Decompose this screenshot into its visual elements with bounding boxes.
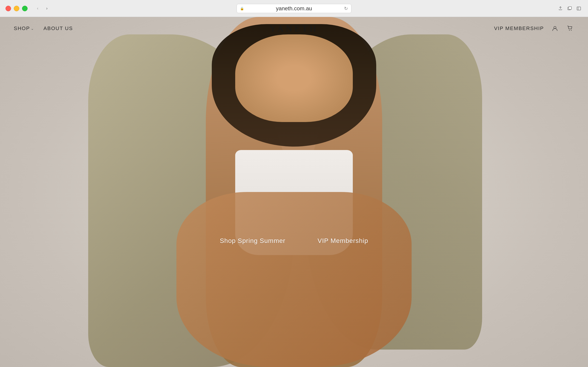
hero-section: SHOP ⌄ ABOUT US YANETH VIP MEMBERSHIP	[0, 17, 588, 367]
nav-vip-membership[interactable]: VIP MEMBERSHIP	[494, 25, 544, 31]
nav-about[interactable]: ABOUT US	[43, 25, 73, 31]
sidebar-icon	[577, 6, 581, 11]
arms	[176, 192, 412, 367]
share-button[interactable]	[557, 5, 564, 12]
shop-chevron-icon: ⌄	[31, 26, 34, 31]
lock-icon: 🔒	[240, 7, 244, 10]
forward-button[interactable]: ›	[43, 5, 51, 12]
nav-shop[interactable]: SHOP ⌄	[14, 25, 34, 31]
nav-right: VIP MEMBERSHIP	[494, 24, 574, 33]
traffic-lights	[6, 6, 27, 11]
svg-rect-1	[569, 7, 571, 9]
forward-icon: ›	[46, 6, 48, 11]
cart-icon	[567, 25, 573, 32]
person-face	[235, 34, 353, 122]
minimize-button[interactable]	[14, 6, 19, 11]
back-icon: ‹	[37, 6, 38, 11]
browser-chrome: ‹ › 🔒 yaneth.com.au ↻	[0, 0, 588, 17]
back-button[interactable]: ‹	[34, 5, 41, 12]
new-tab-icon	[567, 6, 572, 11]
new-tab-button[interactable]	[566, 5, 573, 12]
url-text[interactable]: yaneth.com.au	[246, 5, 342, 12]
shop-spring-summer-link[interactable]: Shop Spring Summer	[220, 237, 285, 244]
website: SHOP ⌄ ABOUT US YANETH VIP MEMBERSHIP	[0, 17, 588, 367]
sidebar-button[interactable]	[575, 5, 582, 12]
hero-cta-container: Shop Spring Summer VIP Membership	[220, 237, 368, 244]
refresh-button[interactable]: ↻	[344, 6, 348, 11]
svg-rect-2	[577, 7, 581, 10]
close-button[interactable]	[6, 6, 11, 11]
address-bar: 🔒 yaneth.com.au ↻	[237, 4, 351, 13]
site-logo[interactable]: YANETH	[270, 23, 318, 33]
share-icon	[558, 6, 563, 11]
browser-actions	[557, 5, 582, 12]
user-icon	[552, 25, 558, 32]
svg-point-6	[571, 30, 572, 31]
cart-icon-button[interactable]	[566, 24, 574, 33]
browser-controls: ‹ ›	[34, 5, 51, 12]
vip-membership-link[interactable]: VIP Membership	[318, 237, 368, 244]
maximize-button[interactable]	[22, 6, 27, 11]
svg-point-5	[569, 30, 570, 31]
user-icon-button[interactable]	[551, 24, 559, 33]
main-nav: SHOP ⌄ ABOUT US YANETH VIP MEMBERSHIP	[0, 17, 588, 40]
nav-left: SHOP ⌄ ABOUT US	[14, 25, 73, 31]
